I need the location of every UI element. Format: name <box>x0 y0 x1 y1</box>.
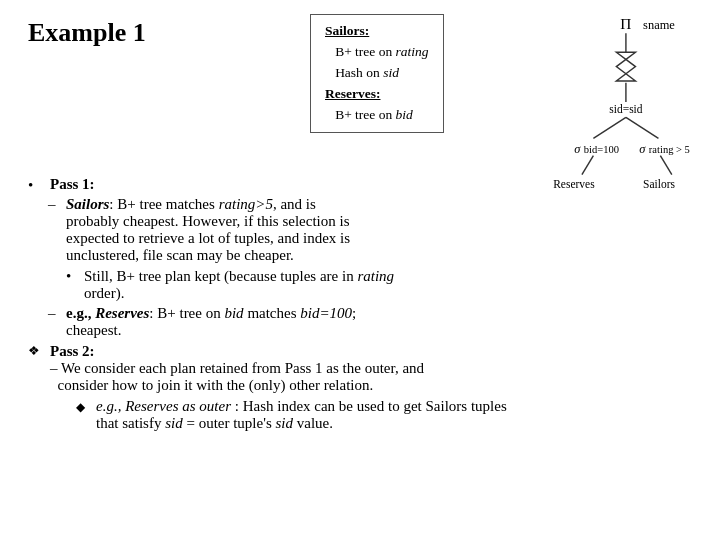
dash-reserves: – e.g., Reserves: B+ tree on bid matches… <box>48 305 692 339</box>
sub-bullet-bptree: • Still, B+ tree plan kept (because tupl… <box>66 268 692 302</box>
sub-bullet-sym: • <box>66 268 84 285</box>
tree-diagram: Π sname sid=sid σ bid=100 σ rating > 5 <box>544 14 704 234</box>
pass2-content: Pass 2: – We consider each plan retained… <box>50 343 424 394</box>
svg-text:sid=sid: sid=sid <box>609 103 643 115</box>
hash-sid-line: Hash on sid <box>325 65 399 80</box>
reserves-text: e.g., Reserves: B+ tree on bid matches b… <box>66 305 356 339</box>
svg-text:Π: Π <box>620 15 631 32</box>
pass2-diamond: ❖ <box>28 343 50 359</box>
page-title: Example 1 <box>28 18 146 48</box>
svg-line-6 <box>593 117 626 138</box>
reserves-label: Reserves: <box>325 86 380 101</box>
info-box: Sailors: B+ tree on rating Hash on sid R… <box>310 14 444 133</box>
eg-text: e.g., Reserves as outer : Hash index can… <box>96 398 507 432</box>
sailors-label: Sailors: <box>325 23 369 38</box>
svg-text:sname: sname <box>643 18 675 32</box>
dash-sym-1: – <box>48 196 66 213</box>
tree-svg: Π sname sid=sid σ bid=100 σ rating > 5 <box>544 14 704 234</box>
svg-marker-3 <box>616 52 635 81</box>
sub-bullet-text: Still, B+ tree plan kept (because tuples… <box>84 268 394 302</box>
svg-line-7 <box>626 117 659 138</box>
svg-text:bid=100: bid=100 <box>584 144 619 155</box>
svg-text:σ: σ <box>639 142 646 156</box>
sailors-text: Sailors: B+ tree matches rating>5, and i… <box>66 196 350 264</box>
svg-line-12 <box>582 156 593 175</box>
pass2-section: ❖ Pass 2: – We consider each plan retain… <box>28 343 692 394</box>
svg-line-13 <box>660 156 671 175</box>
svg-text:σ: σ <box>574 142 581 156</box>
bptree-bid-line: B+ tree on bid <box>325 107 413 122</box>
bullet-sym: • <box>28 177 50 194</box>
svg-text:Sailors: Sailors <box>643 178 675 190</box>
eg-diamond: ◆ <box>76 400 96 415</box>
svg-text:rating > 5: rating > 5 <box>649 144 690 155</box>
svg-text:Reserves: Reserves <box>553 178 595 190</box>
eg-sub-bullet: ◆ e.g., Reserves as outer : Hash index c… <box>76 398 692 432</box>
page: Example 1 Sailors: B+ tree on rating Has… <box>0 0 720 540</box>
bptree-rating-line: B+ tree on rating <box>325 44 429 59</box>
pass1-header: Pass 1: <box>50 176 95 193</box>
dash-sym-2: – <box>48 305 66 322</box>
